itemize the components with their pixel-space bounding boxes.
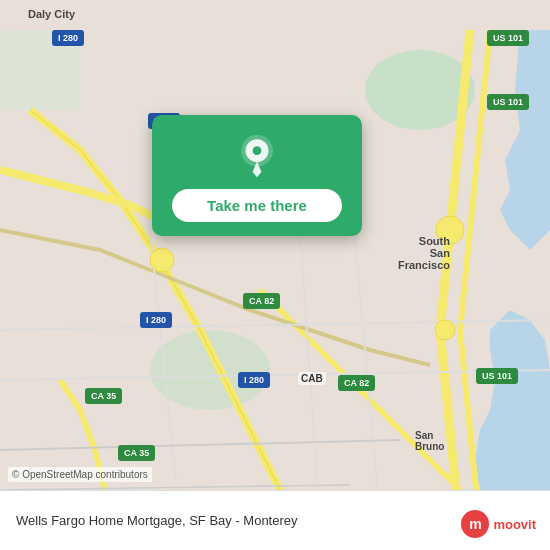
road-badge-us101-mid: US 101	[487, 94, 529, 110]
road-badge-i280-lower: I 280	[140, 312, 172, 328]
road-badge-ca35-top: CA 35	[85, 388, 122, 404]
area-label-south-sf: SouthSanFrancisco	[398, 235, 450, 271]
area-label-daly-city: Daly City	[28, 8, 75, 20]
svg-point-13	[435, 320, 455, 340]
moovit-icon: m	[461, 510, 489, 538]
location-pin-icon	[234, 133, 280, 179]
cab-label: CAB	[298, 372, 326, 385]
road-badge-ca35-lower: CA 35	[118, 445, 155, 461]
road-badge-i280-top: I 280	[52, 30, 84, 46]
copyright-text: © OpenStreetMap contributors	[8, 467, 152, 482]
location-name: Wells Fargo Home Mortgage, SF Bay - Mont…	[16, 513, 534, 528]
road-badge-us101-top: US 101	[487, 30, 529, 46]
svg-point-16	[253, 146, 262, 155]
road-badge-ca82-mid: CA 82	[243, 293, 280, 309]
moovit-logo: m moovit	[461, 510, 536, 538]
svg-point-11	[150, 248, 174, 272]
bottom-bar: Wells Fargo Home Mortgage, SF Bay - Mont…	[0, 490, 550, 550]
area-label-san-bruno: SanBruno	[415, 430, 444, 452]
moovit-text: moovit	[493, 517, 536, 532]
map-container: I 280 I 280 I 280 I 280 US 101 US 101 US…	[0, 0, 550, 550]
popup-card: Take me there	[152, 115, 362, 236]
road-badge-i280-lower2: I 280	[238, 372, 270, 388]
road-badge-us101-lower: US 101	[476, 368, 518, 384]
road-badge-ca82-lower: CA 82	[338, 375, 375, 391]
take-me-there-button[interactable]: Take me there	[172, 189, 342, 222]
